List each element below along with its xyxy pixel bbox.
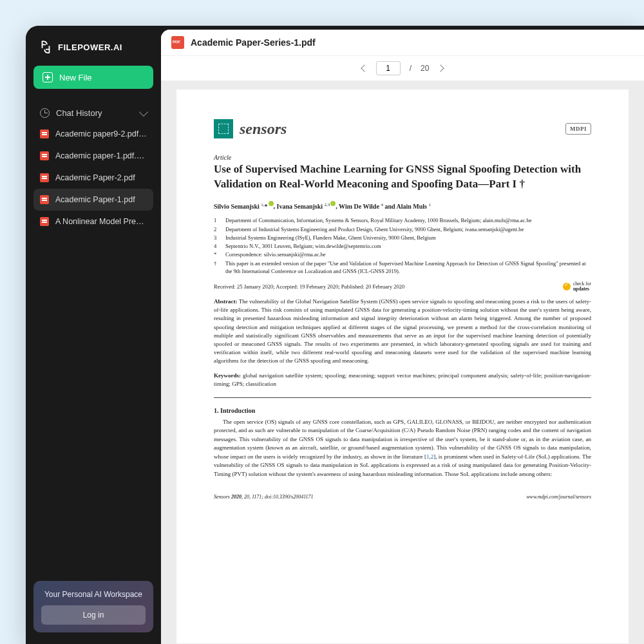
file-item-label: Academic paper9-2.pdf....: [55, 129, 147, 138]
paper-footer: Sensors 2020, 20, 1171; doi:10.3390/s200…: [214, 494, 591, 500]
brand-logo: FILEPOWER.AI: [33, 37, 153, 66]
login-button[interactable]: Log in: [41, 605, 146, 625]
file-item-label: Academic Paper-2.pdf: [55, 173, 135, 182]
keywords: Keywords: global navigation satellite sy…: [214, 372, 591, 388]
sidebar-file-item[interactable]: Academic paper9-2.pdf....: [33, 123, 153, 145]
viewer-header: Academic Paper-Series-1.pdf: [161, 30, 644, 56]
chat-history-label: Chat History: [56, 108, 102, 118]
section-1-body: The open service (OS) signals of any GNS…: [214, 418, 591, 479]
affiliation-marker: *: [214, 251, 220, 258]
page-number-input[interactable]: [376, 61, 401, 75]
sidebar-file-item[interactable]: Academic Paper-1.pdf: [33, 189, 153, 211]
check-updates-badge[interactable]: check forupdates: [563, 281, 591, 291]
new-file-button[interactable]: New File: [33, 66, 153, 89]
sidebar-file-item[interactable]: A Nonlinear Model Predi...: [33, 211, 153, 232]
file-item-label: Academic paper-1.pdf.pdf: [55, 151, 147, 160]
next-page-button[interactable]: [437, 64, 444, 71]
affiliation-marker: 3: [214, 234, 220, 242]
footer-citation: Sensors 2020, 20, 1171; doi:10.3390/s200…: [214, 494, 314, 500]
file-item-label: A Nonlinear Model Predi...: [55, 217, 147, 226]
affiliation-marker: 2: [214, 225, 220, 233]
publication-dates: Received: 25 January 2020; Accepted: 19 …: [214, 283, 404, 290]
affiliation-marker: †: [214, 260, 220, 276]
open-file-title: Academic Paper-Series-1.pdf: [191, 37, 316, 48]
orcid-icon: [269, 201, 274, 206]
pdf-icon: [40, 129, 49, 138]
plus-icon: [43, 72, 53, 82]
affiliation-text: Correspondence: silvio.semanjski@rma.ac.…: [225, 251, 326, 258]
pdf-file-icon: [171, 36, 184, 49]
affiliation-text: Department of Industrial Systems Enginee…: [225, 225, 524, 233]
pdf-viewer: Academic Paper-Series-1.pdf / 20 sensors…: [161, 30, 644, 644]
orcid-icon: [330, 201, 336, 206]
app-window: FILEPOWER.AI New File Chat History Acade…: [26, 26, 644, 644]
history-icon: [40, 108, 50, 118]
sidebar-file-item[interactable]: Academic paper-1.pdf.pdf: [33, 145, 153, 167]
page-separator: /: [410, 64, 412, 73]
section-1-heading: 1. Introduction: [214, 407, 591, 414]
sensors-logo-icon: [214, 119, 233, 138]
affiliation-marker: 1: [214, 216, 220, 224]
page-navigator: / 20: [161, 56, 644, 80]
pdf-icon: [40, 173, 49, 182]
affiliation-text: This paper is an extended version of the…: [225, 260, 591, 276]
author-list: Silvio Semanjski 1,*, Ivana Semanjski 2,…: [214, 201, 591, 210]
affiliation-text: Industrial Systems Engineering (ISyE), F…: [225, 234, 436, 242]
section-divider: [214, 397, 591, 398]
sidebar-file-item[interactable]: Academic Paper-2.pdf: [33, 167, 153, 189]
affiliation-marker: 4: [214, 242, 220, 250]
footer-journal-url: www.mdpi.com/journal/sensors: [526, 494, 591, 500]
affiliation-text: Septentrio N.V., 3001 Leuven, Belgium; w…: [225, 242, 381, 250]
chat-history-toggle[interactable]: Chat History: [33, 103, 153, 123]
file-list: Academic paper9-2.pdf....Academic paper-…: [33, 123, 153, 232]
prev-page-button[interactable]: [361, 64, 368, 71]
affiliation-text: Department of Communication, Information…: [225, 216, 531, 224]
pdf-icon: [40, 195, 49, 204]
filepower-logo-icon: [39, 40, 53, 54]
workspace-tagline: Your Personal AI Workspace: [41, 590, 146, 599]
pdf-icon: [40, 151, 49, 160]
check-icon: [563, 283, 571, 290]
chevron-down-icon: [139, 107, 148, 116]
new-file-label: New File: [59, 73, 92, 82]
journal-header: sensors MDPI: [214, 119, 591, 138]
paper-page-1: sensors MDPI Article Use of Supervised M…: [176, 90, 629, 643]
publisher-badge: MDPI: [565, 123, 591, 135]
sidebar: FILEPOWER.AI New File Chat History Acade…: [26, 26, 161, 644]
pdf-icon: [40, 217, 49, 226]
affiliations-block: 1Department of Communication, Informatio…: [214, 216, 591, 275]
abstract: Abstract: The vulnerability of the Globa…: [214, 298, 591, 365]
brand-name: FILEPOWER.AI: [58, 43, 122, 52]
journal-name: sensors: [240, 120, 287, 138]
page-scroll-area[interactable]: sensors MDPI Article Use of Supervised M…: [161, 80, 644, 644]
total-pages: 20: [421, 64, 429, 73]
article-type-label: Article: [214, 154, 591, 161]
paper-title: Use of Supervised Machine Learning for G…: [214, 162, 591, 192]
file-item-label: Academic Paper-1.pdf: [55, 195, 135, 204]
sidebar-footer-card: Your Personal AI Workspace Log in: [33, 581, 153, 632]
